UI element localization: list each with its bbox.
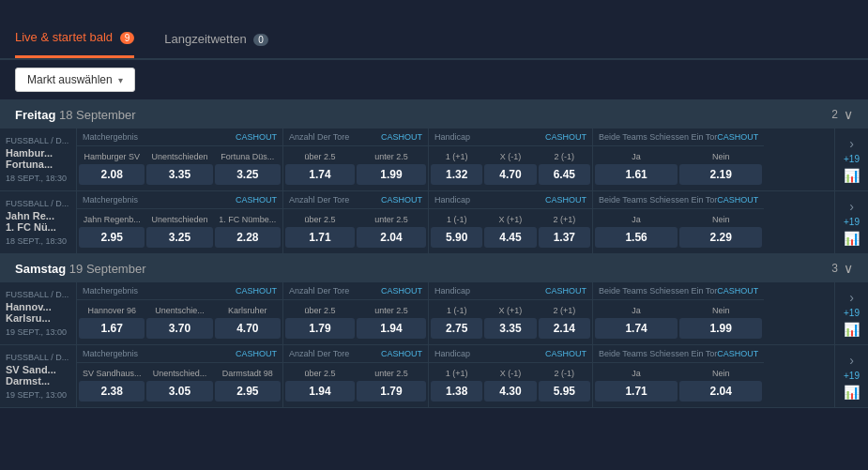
odds-value[interactable]: 2.38 xyxy=(79,381,145,402)
odds-value[interactable]: 2.19 xyxy=(679,164,762,185)
more-count[interactable]: +19 xyxy=(844,371,860,381)
odds-value[interactable]: 3.35 xyxy=(484,318,536,339)
odds-value[interactable]: 5.95 xyxy=(539,381,590,402)
odds-value[interactable]: 1.71 xyxy=(595,381,678,402)
cashout-label[interactable]: CASHOUT xyxy=(381,286,422,296)
more-count[interactable]: +19 xyxy=(844,217,860,227)
cashout-label[interactable]: CASHOUT xyxy=(717,132,758,142)
odds-value[interactable]: 3.70 xyxy=(146,318,212,339)
odds-value[interactable]: 4.70 xyxy=(484,164,536,185)
odds-label: Unentschieden xyxy=(146,215,212,224)
chart-icon[interactable]: 📊 xyxy=(844,322,860,337)
odds-value[interactable]: 2.95 xyxy=(79,227,145,248)
odds-section: Anzahl Der Tore CASHOUT über 2.5 1.79 un… xyxy=(283,282,429,344)
odds-value[interactable]: 3.35 xyxy=(146,164,212,185)
nav-arrow-icon[interactable]: › xyxy=(849,290,854,305)
odds-section: Handicap CASHOUT 1 (-1) 5.90 X (+1) 4.45… xyxy=(429,191,593,253)
more-count[interactable]: +19 xyxy=(844,154,860,164)
section-title: Beide Teams Schiessen Ein Tor xyxy=(599,195,717,205)
cashout-label[interactable]: CASHOUT xyxy=(381,195,422,205)
cashout-label[interactable]: CASHOUT xyxy=(717,349,758,358)
section-title: Beide Teams Schiessen Ein Tor xyxy=(599,286,717,296)
nav-arrow-icon[interactable]: › xyxy=(849,353,854,368)
chevron-icon[interactable]: ∨ xyxy=(844,107,853,122)
header xyxy=(0,0,868,19)
odds-value[interactable]: 3.05 xyxy=(146,381,212,402)
cashout-label[interactable]: CASHOUT xyxy=(236,286,277,296)
odds-value[interactable]: 1.74 xyxy=(595,318,678,339)
cashout-label[interactable]: CASHOUT xyxy=(236,195,277,205)
odds-label: Hannover 96 xyxy=(79,306,145,315)
odds-value[interactable]: 1.99 xyxy=(357,164,426,185)
odds-value[interactable]: 2.29 xyxy=(679,227,762,248)
odds-value[interactable]: 1.79 xyxy=(285,318,355,339)
odds-value[interactable]: 2.75 xyxy=(431,318,482,339)
nav-arrow-icon[interactable]: › xyxy=(849,199,854,214)
odds-value[interactable]: 2.28 xyxy=(215,227,281,248)
nav-arrow-icon[interactable]: › xyxy=(849,136,854,151)
odds-value[interactable]: 1.94 xyxy=(357,318,426,339)
section-title: Matchergebnis xyxy=(83,132,138,142)
odds-value[interactable]: 4.30 xyxy=(484,381,536,402)
odds-cell: unter 2.5 2.04 xyxy=(357,215,426,248)
odds-label: unter 2.5 xyxy=(357,369,426,378)
odds-value[interactable]: 2.04 xyxy=(679,381,762,402)
odds-value[interactable]: 5.90 xyxy=(431,227,482,248)
odds-sections: Matchergebnis CASHOUT Hamburger SV 2.08 … xyxy=(77,129,834,190)
tab-live[interactable]: Live & startet bald 9 xyxy=(15,19,134,58)
tab-lang[interactable]: Langzeitwetten 0 xyxy=(164,21,268,57)
odds-value[interactable]: 1.99 xyxy=(679,318,762,339)
chevron-icon[interactable]: ∨ xyxy=(844,261,853,276)
chart-icon[interactable]: 📊 xyxy=(844,168,860,183)
odds-cell: Ja 1.61 xyxy=(595,152,678,185)
match-team1: Jahn Re... xyxy=(6,210,70,221)
odds-section: Anzahl Der Tore CASHOUT über 2.5 1.74 un… xyxy=(283,129,429,190)
cashout-label[interactable]: CASHOUT xyxy=(236,349,277,358)
odds-value[interactable]: 2.08 xyxy=(79,164,145,185)
chart-icon[interactable]: 📊 xyxy=(844,385,860,400)
odds-value[interactable]: 2.95 xyxy=(215,381,281,402)
odds-value[interactable]: 1.38 xyxy=(431,381,482,402)
odds-cell: über 2.5 1.74 xyxy=(285,152,355,185)
cashout-label[interactable]: CASHOUT xyxy=(717,195,758,205)
odds-value[interactable]: 3.25 xyxy=(146,227,212,248)
odds-cell: Karlsruher 4.70 xyxy=(215,306,281,339)
more-count[interactable]: +19 xyxy=(844,308,860,318)
odds-label: unter 2.5 xyxy=(357,306,426,315)
cashout-label[interactable]: CASHOUT xyxy=(545,195,586,205)
match-time: 18 SEPT., 18:30 xyxy=(6,174,70,183)
match-row: FUSSBALL / D... Hannov... Karlsru... 19 … xyxy=(0,282,868,345)
odds-value[interactable]: 1.67 xyxy=(79,318,145,339)
cashout-label[interactable]: CASHOUT xyxy=(381,132,422,142)
odds-value[interactable]: 1.37 xyxy=(539,227,590,248)
section-header: Anzahl Der Tore CASHOUT xyxy=(283,191,428,209)
market-dropdown[interactable]: Markt auswählen ▾ xyxy=(15,68,135,92)
odds-value[interactable]: 1.74 xyxy=(285,164,355,185)
odds-value[interactable]: 2.14 xyxy=(539,318,590,339)
cashout-label[interactable]: CASHOUT xyxy=(717,286,758,296)
odds-value[interactable]: 2.04 xyxy=(357,227,426,248)
cashout-label[interactable]: CASHOUT xyxy=(545,349,586,358)
odds-value[interactable]: 1.79 xyxy=(357,381,426,402)
odds-section: Matchergebnis CASHOUT Jahn Regenb... 2.9… xyxy=(77,191,283,253)
match-row: FUSSBALL / D... Hambur... Fortuna... 18 … xyxy=(0,129,868,191)
odds-value[interactable]: 1.61 xyxy=(595,164,678,185)
section-title: Beide Teams Schiessen Ein Tor xyxy=(599,132,717,142)
odds-label: 1 (+1) xyxy=(431,152,482,161)
odds-value[interactable]: 6.45 xyxy=(539,164,590,185)
chart-icon[interactable]: 📊 xyxy=(844,231,860,246)
odds-cell: unter 2.5 1.99 xyxy=(357,152,426,185)
odds-value[interactable]: 4.45 xyxy=(484,227,536,248)
cashout-label[interactable]: CASHOUT xyxy=(236,132,277,142)
odds-value[interactable]: 1.94 xyxy=(285,381,355,402)
cashout-label[interactable]: CASHOUT xyxy=(545,286,586,296)
odds-value[interactable]: 3.25 xyxy=(215,164,281,185)
odds-value[interactable]: 4.70 xyxy=(215,318,281,339)
cashout-label[interactable]: CASHOUT xyxy=(381,349,422,358)
odds-label: X (-1) xyxy=(484,152,536,161)
odds-section: Matchergebnis CASHOUT SV Sandhaus... 2.3… xyxy=(77,345,283,407)
odds-value[interactable]: 1.56 xyxy=(595,227,678,248)
odds-value[interactable]: 1.71 xyxy=(285,227,355,248)
cashout-label[interactable]: CASHOUT xyxy=(545,132,586,142)
odds-value[interactable]: 1.32 xyxy=(431,164,482,185)
